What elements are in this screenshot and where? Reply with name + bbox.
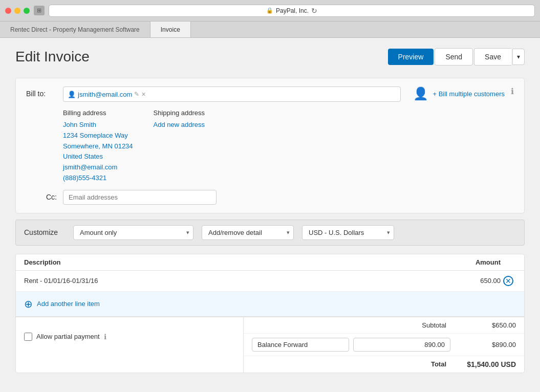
tab-invoice[interactable]: Invoice xyxy=(150,21,191,37)
amount-style-select[interactable]: Amount only Quantity and amount Descript… xyxy=(73,225,193,240)
info-icon[interactable]: ℹ xyxy=(511,86,514,96)
page-title: Edit Invoice xyxy=(15,49,90,65)
browser-chrome: ⊞ 🔒 PayPal, Inc. ↻ xyxy=(0,0,540,21)
email-text: jsmith@email.com xyxy=(78,91,132,98)
billing-phone[interactable]: (888)555-4321 xyxy=(63,173,133,184)
user-icon: 👤 xyxy=(68,91,76,98)
close-button[interactable] xyxy=(5,8,11,14)
billing-address-label: Billing address xyxy=(63,109,133,117)
total-row: Total $1,540.00 USD xyxy=(244,356,524,373)
partial-payment-info-icon[interactable]: ℹ xyxy=(104,333,106,341)
billing-shipping-row: Billing address John Smith 1234 Someplac… xyxy=(63,109,514,184)
customize-bar: Customize Amount only Quantity and amoun… xyxy=(15,220,525,246)
line-item-close[interactable]: ✕ xyxy=(501,276,516,286)
edit-icon[interactable]: ✎ xyxy=(134,91,139,98)
customize-label: Customize xyxy=(24,228,65,236)
detail-style-select[interactable]: Add/remove detail xyxy=(202,225,294,240)
total-label: Total xyxy=(252,360,455,368)
subtotal-label: Subtotal xyxy=(252,321,455,329)
action-col-header xyxy=(501,258,516,266)
save-dropdown-button[interactable]: ▾ xyxy=(512,49,525,65)
table-row: 650.00 ✕ xyxy=(16,271,524,292)
subtotal-value: $650.00 xyxy=(455,321,516,329)
add-new-address-link[interactable]: Add new address xyxy=(154,120,205,130)
lock-icon: 🔒 xyxy=(266,7,273,14)
page-header: Edit Invoice Preview Send Save ▾ xyxy=(15,48,525,66)
balance-amount-input[interactable] xyxy=(353,338,450,352)
bill-to-label: Bill to: xyxy=(26,86,57,98)
amount-col-header: Amount xyxy=(449,258,501,266)
main-content: Edit Invoice Preview Send Save ▾ Bill to… xyxy=(0,38,540,392)
partial-payment-checkbox[interactable] xyxy=(24,333,32,341)
person-add-icon: 👤 xyxy=(413,86,428,101)
billing-country[interactable]: United States xyxy=(63,151,133,162)
billing-address-line1[interactable]: 1234 Someplace Way xyxy=(63,130,133,141)
refresh-button[interactable]: ↻ xyxy=(311,7,317,15)
line-item-description[interactable] xyxy=(24,277,449,285)
preview-button[interactable]: Preview xyxy=(388,49,434,65)
cc-row: Cc: xyxy=(26,190,514,205)
multiple-customers-link[interactable]: + Bill multiple customers xyxy=(433,90,505,98)
billing-address-col: Billing address John Smith 1234 Someplac… xyxy=(63,109,133,184)
header-actions: Preview Send Save ▾ xyxy=(388,48,525,66)
address-bar-text: PayPal, Inc. xyxy=(276,7,309,14)
address-bar[interactable]: 🔒 PayPal, Inc. ↻ xyxy=(49,5,535,17)
line-item-amount: 650.00 xyxy=(449,277,501,285)
cc-label: Cc: xyxy=(26,193,57,201)
window-controls xyxy=(5,8,30,14)
shipping-address-col: Shipping address Add new address xyxy=(154,109,205,184)
total-value: $1,540.00 USD xyxy=(455,360,516,368)
partial-payment-label: Allow partial payment xyxy=(36,333,100,340)
add-line-item-label: Add another line item xyxy=(37,300,100,308)
line-items-section: Description Amount 650.00 ✕ ⊕ Add anothe… xyxy=(15,254,525,373)
email-close-icon[interactable]: × xyxy=(141,90,145,98)
tab-rentec-label: Rentec Direct - Property Management Soft… xyxy=(10,26,140,33)
currency-wrapper: USD - U.S. Dollars EUR - Euro GBP - Brit… xyxy=(302,225,394,240)
send-button[interactable]: Send xyxy=(435,48,473,66)
billing-email[interactable]: jsmith@email.com xyxy=(63,162,133,173)
amount-style-wrapper: Amount only Quantity and amount Descript… xyxy=(73,225,193,240)
description-col-header: Description xyxy=(24,258,449,266)
sidebar-toggle[interactable]: ⊞ xyxy=(34,6,45,15)
totals-left: Allow partial payment ℹ xyxy=(16,317,243,373)
save-button[interactable]: Save xyxy=(474,48,511,66)
billing-name[interactable]: John Smith xyxy=(63,120,133,130)
shipping-address-label: Shipping address xyxy=(154,109,205,117)
email-tag-input[interactable]: 👤 jsmith@email.com ✎ × xyxy=(63,86,401,102)
cc-input[interactable] xyxy=(63,190,217,205)
bill-to-input-wrap: 👤 jsmith@email.com ✎ × xyxy=(63,86,401,102)
balance-forward-value: $890.00 xyxy=(455,341,516,349)
add-line-item-row[interactable]: ⊕ Add another line item xyxy=(16,292,524,317)
add-line-item-icon: ⊕ xyxy=(24,298,33,310)
tab-rentec[interactable]: Rentec Direct - Property Management Soft… xyxy=(0,21,150,37)
email-tag: 👤 jsmith@email.com ✎ × xyxy=(68,90,146,98)
tab-bar: Rentec Direct - Property Management Soft… xyxy=(0,21,540,38)
balance-forward-row: $890.00 xyxy=(244,334,524,356)
totals-right: Subtotal $650.00 $890.00 Total $1,540.00… xyxy=(243,317,524,373)
line-item-desc-input[interactable] xyxy=(24,277,449,285)
bill-to-row: Bill to: 👤 jsmith@email.com ✎ × 👤 + Bill… xyxy=(26,86,514,102)
currency-select[interactable]: USD - U.S. Dollars EUR - Euro GBP - Brit… xyxy=(302,225,394,240)
line-items-header: Description Amount xyxy=(16,254,524,271)
minimize-button[interactable] xyxy=(14,8,20,14)
remove-line-item-button[interactable]: ✕ xyxy=(503,276,513,286)
partial-payment-row: Allow partial payment ℹ xyxy=(24,325,235,348)
maximize-button[interactable] xyxy=(24,8,30,14)
subtotal-row: Subtotal $650.00 xyxy=(244,317,524,334)
detail-style-wrapper: Add/remove detail ▾ xyxy=(202,225,294,240)
bill-to-section: Bill to: 👤 jsmith@email.com ✎ × 👤 + Bill… xyxy=(15,78,525,213)
balance-forward-input[interactable] xyxy=(252,338,349,352)
tab-invoice-label: Invoice xyxy=(161,26,180,33)
billing-address-line2[interactable]: Somewhere, MN 01234 xyxy=(63,141,133,152)
totals-section: Allow partial payment ℹ Subtotal $650.00… xyxy=(16,317,524,373)
